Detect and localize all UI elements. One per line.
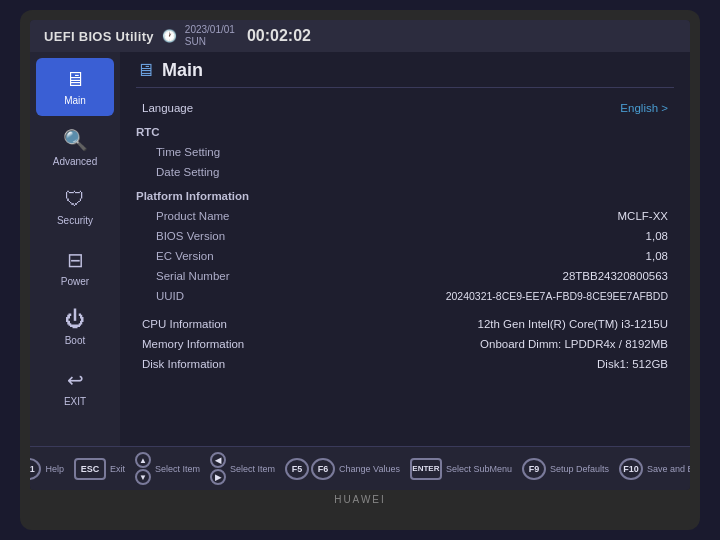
f6-button[interactable]: F6 <box>311 458 335 480</box>
row-product-name: Product Name MCLF-XX <box>136 206 674 226</box>
rtc-label: RTC <box>136 126 160 138</box>
bios-layout: 🖥 Main 🔍 Advanced 🛡 Security ⊟ Power ⏻ <box>30 52 690 446</box>
key-enter: ENTER Select SubMenu <box>410 458 512 480</box>
row-uuid: UUID 20240321-8CE9-EE7A-FBD9-8CE9EE7AFBD… <box>136 286 674 306</box>
value-language[interactable]: English > <box>620 102 668 114</box>
sidebar-label-security: Security <box>57 215 93 226</box>
key-f9: F9 Setup Defaults <box>522 458 609 480</box>
label-ec-version: EC Version <box>156 250 214 262</box>
sidebar-item-advanced[interactable]: 🔍 Advanced <box>36 118 114 176</box>
select-item2-label: Select Item <box>230 464 275 474</box>
power-icon: ⊟ <box>67 248 84 272</box>
down-arrow-button[interactable]: ▼ <box>135 469 151 485</box>
section-rtc: RTC <box>136 122 674 142</box>
change-values-label: Change Values <box>339 464 400 474</box>
f10-label: Save and Exit <box>647 464 690 474</box>
left-arrow-button[interactable]: ◀ <box>210 452 226 468</box>
sidebar-label-advanced: Advanced <box>53 156 97 167</box>
content-header-icon: 🖥 <box>136 60 154 81</box>
sidebar-label-main: Main <box>64 95 86 106</box>
bottom-bar: F1 Help ESC Exit ▲ ▼ Select Item ◀ <box>30 446 690 490</box>
select-item1-label: Select Item <box>155 464 200 474</box>
f9-button[interactable]: F9 <box>522 458 546 480</box>
key-f5f6: F5 F6 Change Values <box>285 458 400 480</box>
sidebar-label-exit: EXIT <box>64 396 86 407</box>
brand-label: HUAWEI <box>334 494 386 505</box>
row-date-setting[interactable]: Date Setting <box>136 162 674 182</box>
label-cpu: CPU Information <box>142 318 227 330</box>
main-content: 🖥 Main Language English > RTC Time Setti… <box>120 52 690 446</box>
label-bios-version: BIOS Version <box>156 230 225 242</box>
sidebar-item-power[interactable]: ⊟ Power <box>36 238 114 296</box>
sidebar-label-boot: Boot <box>65 335 86 346</box>
spacer1 <box>136 306 674 314</box>
key-arrows-lr: ◀ ▶ Select Item <box>210 452 275 485</box>
value-memory: Onboard Dimm: LPDDR4x / 8192MB <box>480 338 668 350</box>
enter-label: Select SubMenu <box>446 464 512 474</box>
f9-label: Setup Defaults <box>550 464 609 474</box>
key-f10: F10 Save and Exit <box>619 458 690 480</box>
row-language: Language English > <box>136 98 674 118</box>
value-disk: Disk1: 512GB <box>597 358 668 370</box>
row-serial-number: Serial Number 28TBB24320800563 <box>136 266 674 286</box>
sidebar-item-main[interactable]: 🖥 Main <box>36 58 114 116</box>
label-serial-number: Serial Number <box>156 270 230 282</box>
esc-button[interactable]: ESC <box>74 458 106 480</box>
laptop-wrapper: UEFI BIOS Utility 🕐 2023/01/01 SUN 00:02… <box>20 10 700 530</box>
exit-icon: ↩ <box>67 368 84 392</box>
row-bios-version: BIOS Version 1,08 <box>136 226 674 246</box>
up-arrow-button[interactable]: ▲ <box>135 452 151 468</box>
security-icon: 🛡 <box>65 188 85 211</box>
info-table: Language English > RTC Time Setting Date… <box>136 98 674 374</box>
label-date-setting: Date Setting <box>156 166 219 178</box>
value-ec-version: 1,08 <box>646 250 668 262</box>
sidebar-item-boot[interactable]: ⏻ Boot <box>36 298 114 356</box>
sidebar-item-security[interactable]: 🛡 Security <box>36 178 114 236</box>
content-title: Main <box>162 60 203 81</box>
value-cpu: 12th Gen Intel(R) Core(TM) i3-1215U <box>478 318 668 330</box>
value-uuid: 20240321-8CE9-EE7A-FBD9-8CE9EE7AFBDD <box>446 290 668 302</box>
section-platform: Platform Information <box>136 186 674 206</box>
f10-button[interactable]: F10 <box>619 458 643 480</box>
bios-title: UEFI BIOS Utility <box>44 29 154 44</box>
sidebar-item-exit[interactable]: ↩ EXIT <box>36 358 114 416</box>
top-bar: UEFI BIOS Utility 🕐 2023/01/01 SUN 00:02… <box>30 20 690 52</box>
main-icon: 🖥 <box>65 68 85 91</box>
label-memory: Memory Information <box>142 338 244 350</box>
label-language: Language <box>142 102 193 114</box>
bios-screen: UEFI BIOS Utility 🕐 2023/01/01 SUN 00:02… <box>30 20 690 490</box>
key-f1: F1 Help <box>30 458 64 480</box>
enter-button[interactable]: ENTER <box>410 458 442 480</box>
sidebar: 🖥 Main 🔍 Advanced 🛡 Security ⊟ Power ⏻ <box>30 52 120 446</box>
key-arrows-ud: ▲ ▼ Select Item <box>135 452 200 485</box>
advanced-icon: 🔍 <box>63 128 88 152</box>
value-product-name: MCLF-XX <box>618 210 668 222</box>
content-header: 🖥 Main <box>136 60 674 88</box>
label-time-setting: Time Setting <box>156 146 220 158</box>
row-ec-version: EC Version 1,08 <box>136 246 674 266</box>
f1-label: Help <box>45 464 64 474</box>
sidebar-label-power: Power <box>61 276 89 287</box>
bios-time: 00:02:02 <box>247 27 311 45</box>
platform-label: Platform Information <box>136 190 249 202</box>
f1-button[interactable]: F1 <box>30 458 41 480</box>
esc-label: Exit <box>110 464 125 474</box>
row-memory: Memory Information Onboard Dimm: LPDDR4x… <box>136 334 674 354</box>
f5-button[interactable]: F5 <box>285 458 309 480</box>
row-disk: Disk Information Disk1: 512GB <box>136 354 674 374</box>
label-product-name: Product Name <box>156 210 230 222</box>
key-esc: ESC Exit <box>74 458 125 480</box>
value-serial-number: 28TBB24320800563 <box>562 270 668 282</box>
label-uuid: UUID <box>156 290 184 302</box>
bios-date: 2023/01/01 SUN <box>185 24 235 48</box>
row-time-setting[interactable]: Time Setting <box>136 142 674 162</box>
right-arrow-button[interactable]: ▶ <box>210 469 226 485</box>
label-disk: Disk Information <box>142 358 225 370</box>
row-cpu: CPU Information 12th Gen Intel(R) Core(T… <box>136 314 674 334</box>
boot-icon: ⏻ <box>65 308 85 331</box>
value-bios-version: 1,08 <box>646 230 668 242</box>
clock-icon: 🕐 <box>162 29 177 43</box>
